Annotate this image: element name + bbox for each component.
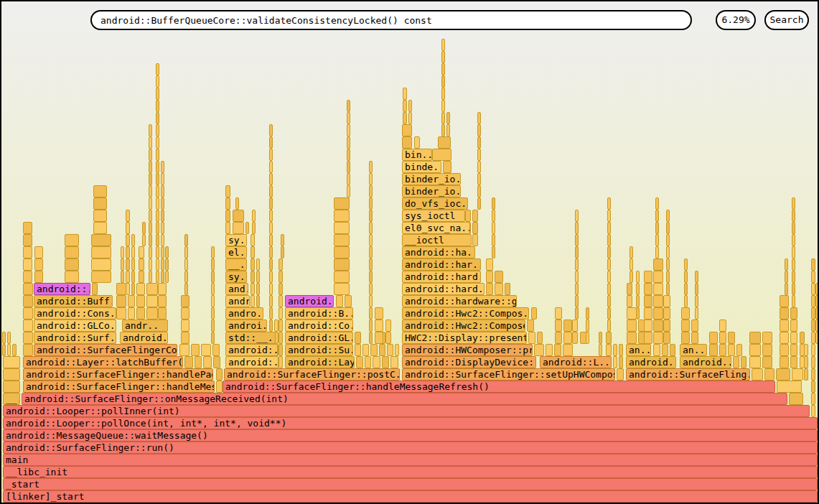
flame-frame[interactable] (369, 234, 373, 246)
flame-frame[interactable] (607, 307, 611, 319)
flame-frame[interactable] (719, 332, 726, 344)
flame-frame[interactable] (179, 344, 189, 356)
flame-frame[interactable] (414, 136, 420, 149)
flame-frame[interactable]: android::SurfaceFlinger::run() (3, 442, 818, 454)
flame-frame[interactable] (792, 246, 795, 258)
flame-frame[interactable]: an.. (680, 344, 707, 356)
flame-frame[interactable] (666, 234, 670, 246)
flame-frame[interactable] (486, 283, 493, 295)
flame-frame[interactable] (156, 136, 159, 149)
flame-frame[interactable] (776, 368, 790, 381)
flame-frame[interactable] (334, 246, 350, 258)
flame-frame[interactable] (126, 258, 130, 271)
flame-frame[interactable] (575, 283, 579, 295)
flame-frame[interactable] (785, 271, 788, 283)
flame-frame[interactable] (356, 356, 363, 368)
flame-frame[interactable] (575, 271, 579, 283)
flame-frame[interactable] (93, 222, 107, 234)
flame-frame[interactable] (23, 258, 32, 271)
flame-frame[interactable]: HWC2::Display::present.. (402, 332, 527, 344)
flame-frame[interactable] (184, 283, 188, 295)
flame-frame[interactable] (149, 136, 152, 149)
flame-frame[interactable] (728, 344, 735, 356)
flame-frame[interactable] (139, 246, 144, 258)
flame-frame[interactable] (211, 258, 215, 271)
flame-frame[interactable] (91, 234, 111, 246)
flame-frame[interactable] (653, 258, 663, 271)
flame-frame[interactable] (492, 222, 495, 234)
flame-frame[interactable] (777, 381, 802, 393)
flame-frame[interactable] (780, 295, 789, 307)
flame-frame[interactable]: do_vfs_ioc.. (402, 197, 468, 210)
flame-frame[interactable] (607, 246, 611, 258)
flame-frame[interactable] (607, 283, 611, 295)
flame-frame[interactable] (684, 271, 688, 283)
flame-frame[interactable] (575, 258, 579, 271)
flame-frame[interactable] (181, 319, 189, 332)
flame-frame[interactable] (792, 295, 795, 307)
flame-frame[interactable] (23, 344, 33, 356)
flame-frame[interactable] (670, 344, 675, 356)
flame-frame[interactable] (201, 344, 211, 356)
flame-frame[interactable] (446, 124, 450, 136)
flame-frame[interactable] (370, 344, 378, 356)
flame-frame[interactable]: android::.. (34, 283, 90, 295)
flame-frame[interactable] (764, 368, 774, 381)
flame-frame[interactable] (126, 283, 130, 295)
flame-frame[interactable] (181, 295, 189, 307)
flame-frame[interactable] (149, 210, 152, 222)
flame-frame[interactable] (385, 319, 391, 332)
flame-frame[interactable] (184, 246, 188, 258)
flame-frame[interactable] (128, 295, 135, 307)
flame-frame[interactable] (121, 258, 124, 271)
flame-frame[interactable]: binder_io.. (402, 185, 461, 197)
flame-frame[interactable] (146, 283, 158, 295)
flame-frame[interactable] (281, 234, 284, 246)
flame-frame[interactable] (149, 246, 152, 258)
flame-frame[interactable] (34, 246, 43, 258)
flame-frame[interactable]: sys_ioctl (402, 210, 465, 222)
flame-frame[interactable] (709, 332, 718, 344)
flame-frame[interactable] (12, 344, 17, 356)
flame-frame[interactable] (441, 63, 445, 75)
flame-frame[interactable] (23, 271, 32, 283)
flame-frame[interactable] (156, 100, 159, 112)
flame-frame[interactable] (492, 197, 495, 210)
flame-frame[interactable] (613, 344, 617, 356)
flame-frame[interactable] (537, 332, 543, 344)
flame-frame[interactable] (256, 295, 260, 307)
flame-frame[interactable] (149, 161, 152, 173)
flame-frame[interactable]: android::Cons.. (34, 307, 116, 319)
flame-frame[interactable] (486, 258, 493, 271)
flame-frame[interactable]: sy.. (225, 234, 247, 246)
flame-frame[interactable] (369, 246, 373, 258)
flame-frame[interactable] (279, 283, 283, 295)
flame-frame[interactable] (477, 124, 481, 136)
flame-frame[interactable] (441, 112, 445, 124)
flame-frame[interactable] (785, 283, 788, 295)
flame-frame[interactable]: bin.. (402, 149, 432, 161)
flame-frame[interactable]: android:.. (225, 344, 278, 356)
flame-frame[interactable] (161, 161, 164, 173)
flame-frame[interactable] (362, 344, 369, 356)
flame-frame[interactable] (477, 185, 481, 197)
flame-frame[interactable]: android::Looper::pollOnce(int, int*, int… (3, 417, 818, 429)
flame-frame[interactable]: android::DisplayDevice:.. (402, 356, 536, 368)
flame-frame[interactable] (156, 63, 159, 75)
flame-frame[interactable] (269, 307, 273, 319)
flame-frame[interactable] (709, 344, 718, 356)
flame-frame[interactable] (811, 381, 815, 393)
flame-frame[interactable]: android::GL.. (285, 332, 353, 344)
flame-frame[interactable] (607, 295, 611, 307)
search-button[interactable]: Search (764, 10, 809, 30)
flame-frame[interactable] (3, 356, 20, 368)
flame-frame[interactable] (800, 356, 805, 368)
flame-frame[interactable] (815, 295, 819, 307)
flame-frame[interactable] (156, 258, 159, 271)
flame-frame[interactable]: android::hardware::g.. (402, 295, 517, 307)
flame-frame[interactable] (181, 332, 189, 344)
flame-frame[interactable] (555, 307, 562, 319)
flame-frame[interactable]: el.. (225, 246, 247, 258)
flame-frame[interactable] (161, 173, 164, 185)
flame-frame[interactable] (375, 319, 383, 332)
